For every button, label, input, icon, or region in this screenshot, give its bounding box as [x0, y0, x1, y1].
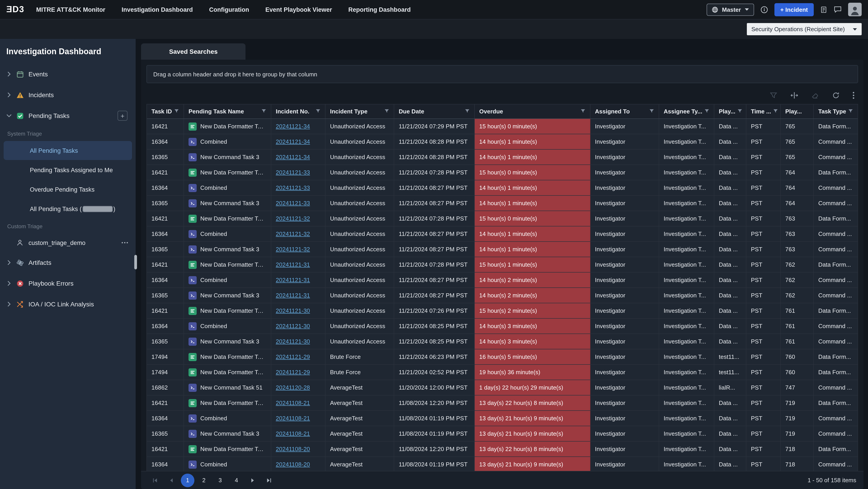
- incident-link[interactable]: 20241108-21: [276, 415, 310, 422]
- column-header[interactable]: Play...: [781, 104, 814, 119]
- table-row[interactable]: 16364Combined20241121-32Unauthorized Acc…: [147, 226, 858, 242]
- filter-icon[interactable]: [581, 108, 585, 115]
- table-row[interactable]: 16364Combined20241121-30Unauthorized Acc…: [147, 319, 858, 334]
- table-row[interactable]: 16365New Command Task 320241121-33Unauth…: [147, 196, 858, 211]
- table-row[interactable]: 16365New Command Task 320241121-30Unauth…: [147, 334, 858, 349]
- column-header[interactable]: Assigned To: [590, 104, 659, 119]
- table-row[interactable]: 16421New Data Formatter Task 1420241121-…: [147, 165, 858, 180]
- table-row[interactable]: 17494New Data Formatter Task 6820241121-…: [147, 365, 858, 380]
- avatar[interactable]: [848, 3, 862, 16]
- filter-icon[interactable]: [384, 108, 389, 115]
- sidebar-item-events[interactable]: Events: [0, 64, 135, 85]
- d3-logo[interactable]: ƎD3: [6, 4, 24, 14]
- column-header[interactable]: Incident No.: [271, 104, 326, 119]
- table-row[interactable]: 16862New Command Task 5120241120-28Avera…: [147, 380, 858, 395]
- sidebar-item-pending-tasks[interactable]: Pending Tasks +: [0, 105, 135, 126]
- column-header[interactable]: Due Date: [394, 104, 475, 119]
- incident-link[interactable]: 20241108-21: [276, 430, 310, 437]
- column-header[interactable]: Assignee Ty...: [659, 104, 714, 119]
- more-options-icon[interactable]: [121, 242, 128, 243]
- filter-icon[interactable]: [737, 108, 742, 115]
- add-triage-button[interactable]: +: [118, 111, 127, 121]
- incident-link[interactable]: 20241121-34: [276, 154, 310, 160]
- column-header[interactable]: Incident Type: [326, 104, 394, 119]
- sidebar-item-ioa-ioc-link-analysis[interactable]: IOA / IOC Link Analysis: [0, 294, 135, 315]
- topnav-item[interactable]: Investigation Dashboard: [122, 6, 193, 13]
- pager-prev-button[interactable]: [164, 474, 178, 487]
- more-options-icon[interactable]: [852, 92, 855, 99]
- column-header[interactable]: Task ID: [147, 104, 184, 119]
- incident-link[interactable]: 20241121-33: [276, 169, 310, 176]
- table-row[interactable]: 16364Combined20241121-33Unauthorized Acc…: [147, 180, 858, 196]
- group-by-dropzone[interactable]: Drag a column header and drop it here to…: [147, 65, 858, 83]
- master-dropdown[interactable]: Master: [707, 3, 754, 15]
- column-header[interactable]: Task Type: [814, 104, 858, 119]
- table-row[interactable]: 16421New Data Formatter Task 1420241121-…: [147, 119, 858, 134]
- pager-page-4[interactable]: 4: [230, 474, 243, 487]
- column-header[interactable]: Pending Task Name: [184, 104, 271, 119]
- table-row[interactable]: 16364Combined20241121-31Unauthorized Acc…: [147, 272, 858, 288]
- column-resize-icon[interactable]: [790, 91, 798, 99]
- incident-link[interactable]: 20241108-20: [276, 446, 310, 452]
- site-selector-dropdown[interactable]: Security Operations (Recipient Site): [747, 23, 862, 35]
- sidebar-item-artifacts[interactable]: Artifacts: [0, 252, 135, 273]
- tab-saved-searches[interactable]: Saved Searches: [141, 43, 246, 60]
- pager-next-button[interactable]: [246, 474, 259, 487]
- topnav-item[interactable]: Reporting Dashboard: [348, 6, 411, 13]
- filter-icon[interactable]: [465, 108, 470, 115]
- filter-icon[interactable]: [261, 108, 266, 115]
- info-icon[interactable]: [761, 6, 768, 13]
- incident-link[interactable]: 20241121-31: [276, 276, 310, 283]
- table-row[interactable]: 17494New Data Formatter Task 6820241121-…: [147, 349, 858, 365]
- incident-link[interactable]: 20241121-32: [276, 215, 310, 222]
- table-row[interactable]: 16421New Data Formatter Task 1420241108-…: [147, 395, 858, 411]
- incident-link[interactable]: 20241120-28: [276, 384, 310, 391]
- refresh-icon[interactable]: [832, 91, 840, 99]
- sidebar-item-playbook-errors[interactable]: Playbook Errors: [0, 273, 135, 294]
- filter-icon[interactable]: [773, 108, 778, 115]
- docs-icon[interactable]: [820, 6, 827, 13]
- incident-link[interactable]: 20241108-20: [276, 461, 310, 468]
- incident-link[interactable]: 20241121-31: [276, 292, 310, 299]
- column-header[interactable]: Overdue: [475, 104, 590, 119]
- sidebar-item-all-pending-tasks-redacted[interactable]: All Pending Tasks (): [4, 199, 132, 218]
- clear-filters-icon[interactable]: [811, 91, 819, 99]
- table-row[interactable]: 16364Combined20241108-20AverageTest11/08…: [147, 457, 858, 471]
- pager-first-button[interactable]: [148, 474, 162, 487]
- incident-link[interactable]: 20241121-33: [276, 185, 310, 191]
- table-row[interactable]: 16421New Data Formatter Task 1420241121-…: [147, 257, 858, 272]
- filter-icon[interactable]: [315, 108, 320, 115]
- table-row[interactable]: 16365New Command Task 320241121-34Unauth…: [147, 150, 858, 165]
- incident-link[interactable]: 20241121-33: [276, 200, 310, 206]
- table-row[interactable]: 16365New Command Task 320241121-32Unauth…: [147, 242, 858, 257]
- incident-link[interactable]: 20241121-31: [276, 261, 310, 268]
- table-row[interactable]: 16421New Data Formatter Task 1420241108-…: [147, 442, 858, 457]
- incident-link[interactable]: 20241121-30: [276, 307, 310, 314]
- incident-link[interactable]: 20241121-34: [276, 138, 310, 145]
- sidebar-item-custom-triage-demo[interactable]: custom_triage_demo: [0, 233, 135, 252]
- topnav-item[interactable]: Event Playbook Viewer: [266, 6, 332, 13]
- topnav-item[interactable]: MITRE ATT&CK Monitor: [36, 6, 105, 13]
- grouping-icon[interactable]: [770, 91, 778, 99]
- new-incident-button[interactable]: + Incident: [774, 3, 814, 16]
- sidebar-item-overdue-pending-tasks[interactable]: Overdue Pending Tasks: [4, 180, 132, 199]
- pager-page-3[interactable]: 3: [213, 474, 227, 487]
- sidebar-item-incidents[interactable]: Incidents: [0, 85, 135, 105]
- pager-page-1[interactable]: 1: [181, 474, 194, 487]
- table-row[interactable]: 16421New Data Formatter Task 1420241121-…: [147, 303, 858, 319]
- incident-link[interactable]: 20241121-32: [276, 246, 310, 253]
- incident-link[interactable]: 20241121-32: [276, 230, 310, 237]
- topnav-item[interactable]: Configuration: [209, 6, 249, 13]
- table-row[interactable]: 16365New Command Task 320241108-21Averag…: [147, 426, 858, 442]
- filter-icon[interactable]: [848, 108, 853, 115]
- incident-link[interactable]: 20241121-30: [276, 338, 310, 345]
- chat-icon[interactable]: [834, 6, 842, 13]
- table-row[interactable]: 16364Combined20241108-21AverageTest11/08…: [147, 411, 858, 426]
- incident-link[interactable]: 20241121-30: [276, 323, 310, 329]
- sidebar-collapse-handle[interactable]: [134, 255, 137, 269]
- filter-icon[interactable]: [704, 108, 709, 115]
- incident-link[interactable]: 20241121-29: [276, 353, 310, 360]
- filter-icon[interactable]: [174, 108, 179, 115]
- column-header[interactable]: Play...: [714, 104, 746, 119]
- column-header[interactable]: Time ...: [746, 104, 781, 119]
